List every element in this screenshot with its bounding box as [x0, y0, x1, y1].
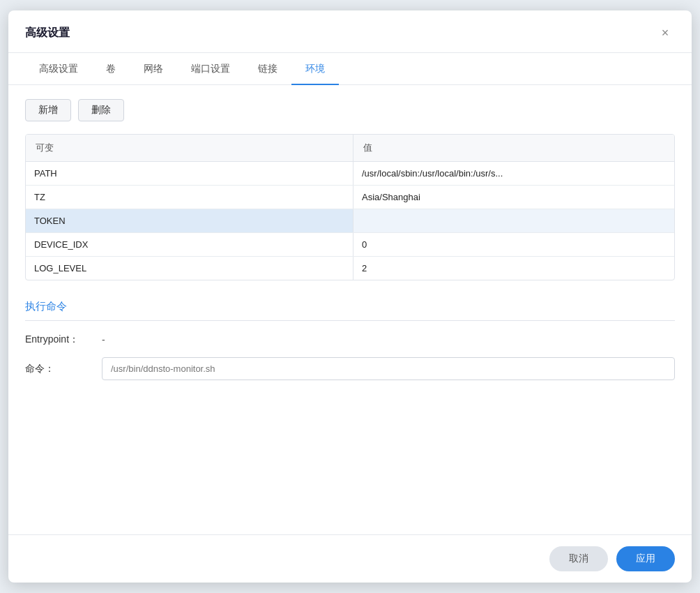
command-input[interactable] [102, 357, 675, 380]
tab-environment[interactable]: 环境 [291, 53, 339, 85]
col-header-val: 值 [353, 135, 674, 161]
entrypoint-label: Entrypoint： [25, 333, 102, 346]
env-val-cell [353, 233, 674, 256]
env-toolbar: 新增 删除 [25, 99, 675, 121]
dialog-title: 高级设置 [25, 26, 70, 40]
tab-ports[interactable]: 端口设置 [177, 53, 244, 85]
col-header-var: 可变 [26, 135, 353, 161]
delete-button[interactable]: 删除 [78, 99, 124, 121]
entrypoint-row: Entrypoint： - [25, 333, 675, 346]
env-var-cell [26, 209, 353, 232]
env-val-cell [353, 162, 674, 185]
env-table-header: 可变 值 [26, 135, 674, 162]
section-divider-line [25, 320, 675, 321]
env-val-cell [353, 186, 674, 209]
env-val-input[interactable] [353, 209, 674, 232]
tab-volumes[interactable]: 卷 [92, 53, 130, 85]
env-var-cell [26, 233, 353, 256]
env-var-input[interactable] [26, 209, 353, 232]
command-row: 命令： [25, 357, 675, 380]
tab-links[interactable]: 链接 [244, 53, 291, 85]
env-var-cell [26, 162, 353, 185]
add-button[interactable]: 新增 [25, 99, 71, 121]
env-val-cell [353, 257, 674, 280]
dialog-header: 高级设置 × [8, 10, 692, 53]
env-val-input[interactable] [353, 162, 674, 185]
env-var-input[interactable] [26, 186, 353, 209]
table-row [26, 209, 674, 233]
table-row [26, 233, 674, 257]
command-label: 命令： [25, 363, 102, 375]
dialog-body: 新增 删除 可变 值 [8, 85, 692, 534]
env-var-input[interactable] [26, 162, 353, 185]
env-var-cell [26, 186, 353, 209]
table-row [26, 257, 674, 280]
dialog-footer: 取消 应用 [8, 534, 692, 583]
env-val-input[interactable] [353, 233, 674, 256]
env-var-cell [26, 257, 353, 280]
advanced-settings-dialog: 高级设置 × 高级设置 卷 网络 端口设置 链接 环境 新增 删除 可变 值 [8, 10, 692, 583]
entrypoint-value: - [102, 334, 105, 345]
tabs-bar: 高级设置 卷 网络 端口设置 链接 环境 [8, 53, 692, 85]
tab-advanced[interactable]: 高级设置 [25, 53, 92, 85]
table-row [26, 162, 674, 186]
env-table: 可变 值 [25, 134, 675, 280]
env-val-input[interactable] [353, 257, 674, 280]
tab-network[interactable]: 网络 [130, 53, 177, 85]
env-var-input[interactable] [26, 233, 353, 256]
cancel-button[interactable]: 取消 [549, 546, 608, 571]
env-val-cell [353, 209, 674, 232]
apply-button[interactable]: 应用 [616, 546, 675, 571]
exec-section: 执行命令 Entrypoint： - 命令： [25, 300, 675, 391]
table-row [26, 186, 674, 209]
close-button[interactable]: × [655, 23, 675, 43]
env-var-input[interactable] [26, 257, 353, 280]
exec-section-title: 执行命令 [25, 300, 675, 313]
env-val-input[interactable] [353, 186, 674, 209]
